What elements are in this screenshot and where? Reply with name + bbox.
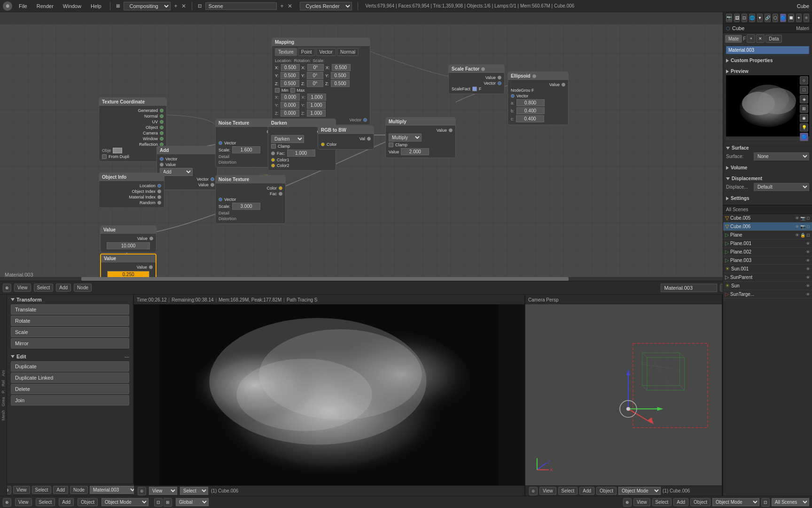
outliner-cube005[interactable]: ▽ Cube.005 👁 📷 ⊡ [723,214,812,222]
preview-scrollbar[interactable] [726,137,809,140]
vp-icon[interactable]: ⊕ [529,487,538,495]
darken-clamp-check[interactable] [271,144,276,149]
status-object-mode[interactable]: Object Mode [102,498,148,506]
prev-icon-flat[interactable]: □ [800,86,808,94]
mat-icon-camera[interactable]: 📷 [726,14,732,22]
outliner-sunparent-eye[interactable]: 👁 [806,275,810,280]
mat-name-field[interactable] [726,46,809,54]
outliner-sun-eye[interactable]: 👁 [806,284,810,288]
status-mode-icon2[interactable]: ⊞ [164,498,172,507]
status-global-select[interactable]: Global [176,498,209,506]
mapping-max-check[interactable] [290,88,295,93]
outliner-plane-ren[interactable]: ⊡ [806,233,810,238]
mapping-max-z-val[interactable] [307,110,326,117]
tc-obje-field[interactable] [113,148,122,153]
status-mode-icon1[interactable]: ⊡ [154,498,163,507]
outliner-sun001-eye[interactable]: 👁 [806,267,810,271]
status-view-btn[interactable]: View [15,498,32,506]
ellipsoid-b-value[interactable] [516,107,545,114]
mapping-loc-y[interactable] [281,72,299,79]
vp-select-btn[interactable]: Select [558,487,578,495]
mapping-scale-x[interactable] [332,64,351,71]
mat-icon-constraint[interactable]: 🔗 [765,14,771,22]
duplicate-btn[interactable]: Duplicate [11,361,129,372]
edit-collapse-icon[interactable]: — [125,354,129,359]
render-icon[interactable]: ⊕ [138,487,146,495]
translate-btn[interactable]: Translate [11,304,129,315]
mapping-max-y-val[interactable] [307,102,326,109]
status-icon[interactable]: ⊕ [3,498,11,507]
status-right-add[interactable]: Add [673,498,688,506]
vn1-value-field[interactable] [107,242,150,249]
mat-icon-world[interactable]: 🌐 [749,14,755,22]
darken-fac-value[interactable] [287,150,315,157]
outliner-plane-eye[interactable]: 👁 [795,233,799,238]
mat-plus-btn[interactable]: + [747,34,755,43]
prev-icon-world[interactable]: ◉ [800,114,808,122]
vp-add-btn[interactable]: Add [579,487,594,495]
mat-icon-object[interactable]: ▼ [757,14,763,22]
bl-add-btn[interactable]: Add [53,486,68,494]
outliner-sunparent[interactable]: ▷ SunParent 👁 [723,273,812,282]
status-right-object[interactable]: Object [690,498,710,506]
prev-icon-env[interactable]: ◈ [800,95,808,103]
menu-help[interactable]: Help [88,2,104,10]
scene-add-btn[interactable]: + [281,3,284,9]
render-engine-selector[interactable]: Cycles Render [300,2,352,10]
outliner-sun001[interactable]: ☀ Sun.001 👁 [723,265,812,273]
displacement-dropdown[interactable]: Default [754,183,809,191]
join-btn[interactable]: Join [11,395,129,405]
node-editor-scrollbar-thumb[interactable] [81,277,569,281]
scene-name-field[interactable] [205,2,277,10]
outliner-plane002-eye[interactable]: 👁 [806,250,810,254]
mapping-tab-texture[interactable]: Texture [275,48,297,56]
nt1-scale-value[interactable] [232,146,260,153]
bl-node-btn[interactable]: Node [70,486,88,494]
prev-icon-render[interactable]: 🔵 [800,133,808,141]
mat-icon-scene[interactable]: ⊡ [742,14,747,22]
mat-cross-btn[interactable]: ✕ [756,34,765,43]
mat-icon-material[interactable]: 🔵 [780,14,786,22]
mat-icon-render[interactable]: 🖼 [734,14,740,22]
prev-icon-mat[interactable]: ⊞ [800,104,808,113]
sf-scalef-check[interactable] [472,87,477,91]
volume-title[interactable]: Volume [726,165,809,170]
outliner-cube006-cam[interactable]: 📷 [800,224,805,229]
workspace-add-btn[interactable]: + [174,3,178,9]
ne-node-btn[interactable]: Node [74,284,92,292]
workspace-close-btn[interactable]: ✕ [181,3,186,9]
ne-icon1[interactable]: ⊕ [3,284,11,292]
status-all-scenes[interactable]: All Scenes [772,498,809,506]
status-right-mode[interactable]: Object Mode [712,498,759,506]
status-right-icon[interactable]: ⊕ [623,498,632,507]
add-dropdown[interactable]: Add [160,168,193,176]
outliner-plane[interactable]: ▷ Plane 👁 🔒 ⊡ [723,231,812,239]
mat-icon-data[interactable]: ⬡ [773,14,778,22]
outliner-plane003-eye[interactable]: 👁 [806,258,810,263]
mirror-btn[interactable]: Mirror [11,338,129,349]
mapping-min-check[interactable] [275,88,280,93]
scene-close-btn[interactable]: ✕ [288,3,292,9]
mat-icon-physics[interactable]: ⚛ [804,14,809,22]
vp-mode-select[interactable]: Object Mode [618,487,661,495]
surface-dropdown[interactable]: None [754,152,809,160]
menu-render[interactable]: Render [34,2,56,10]
prev-icon-light[interactable]: 💡 [800,123,808,132]
menu-window[interactable]: Window [60,2,84,10]
menu-file[interactable]: File [16,2,30,10]
mapping-rot-z[interactable] [307,80,323,87]
mat-icon-texture[interactable]: 🔲 [788,14,794,22]
delete-btn[interactable]: Delete [11,384,129,394]
custom-props-title[interactable]: Custom Properties [726,58,809,63]
outliner-plane-cam[interactable]: 🔒 [800,233,805,238]
darken-dropdown[interactable]: Darken [271,135,304,143]
mapping-max-x-val[interactable] [307,94,326,101]
duplicate-linked-btn[interactable]: Duplicate Linked [11,373,129,383]
mapping-tab-point[interactable]: Point [298,48,315,56]
ellipsoid-a-value[interactable] [516,99,545,106]
bl-material-select[interactable]: Material.003 [90,486,137,494]
ne-add-btn[interactable]: Add [56,284,71,292]
mapping-min-y-val[interactable] [281,102,299,109]
outliner-suntarget-eye[interactable]: 👁 [806,292,810,297]
status-object-btn[interactable]: Object [78,498,98,506]
